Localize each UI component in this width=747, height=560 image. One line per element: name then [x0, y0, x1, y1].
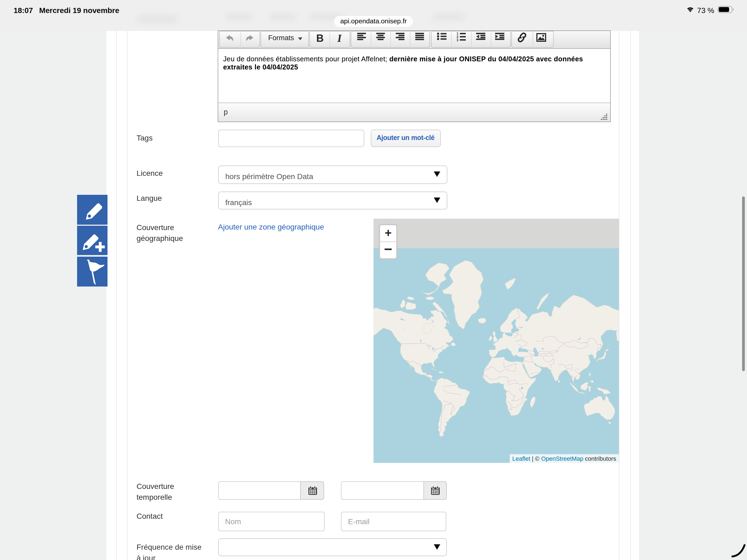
svg-text:3: 3 — [457, 38, 459, 41]
